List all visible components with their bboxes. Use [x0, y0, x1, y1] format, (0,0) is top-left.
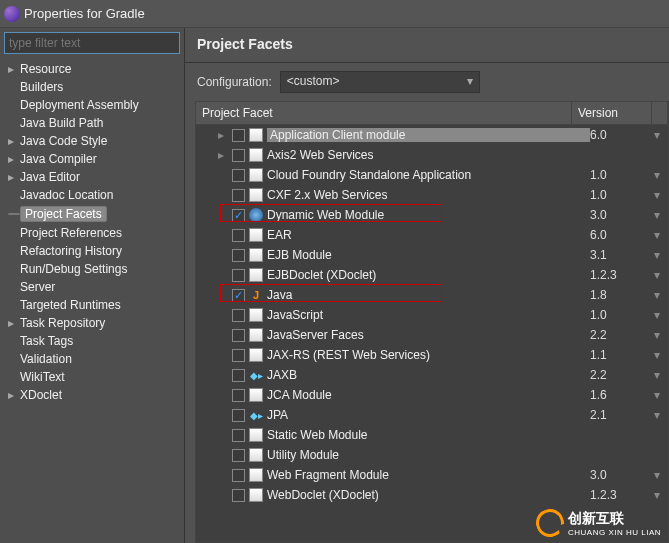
- facet-checkbox[interactable]: [232, 149, 245, 162]
- facet-checkbox[interactable]: [232, 169, 245, 182]
- version-dropdown-icon[interactable]: ▾: [654, 288, 668, 302]
- facet-version: 1.2.3: [590, 268, 654, 282]
- facets-table: Project Facet Version ▸Application Clien…: [195, 101, 669, 543]
- nav-item-deployment-assembly[interactable]: Deployment Assembly: [0, 96, 184, 114]
- nav-item-javadoc-location[interactable]: Javadoc Location: [0, 186, 184, 204]
- version-dropdown-icon[interactable]: ▾: [654, 228, 668, 242]
- chevron-icon: ▸: [8, 388, 20, 402]
- tree-toggle[interactable]: ▸: [218, 148, 232, 162]
- facet-checkbox[interactable]: [232, 249, 245, 262]
- nav-label: XDoclet: [20, 388, 62, 402]
- facet-checkbox[interactable]: [232, 389, 245, 402]
- facet-checkbox[interactable]: [232, 189, 245, 202]
- filter-input[interactable]: [4, 32, 180, 54]
- page-icon: [249, 388, 263, 402]
- facet-checkbox[interactable]: [232, 489, 245, 502]
- nav-item-task-tags[interactable]: Task Tags: [0, 332, 184, 350]
- facet-checkbox[interactable]: [232, 269, 245, 282]
- facet-checkbox[interactable]: [232, 469, 245, 482]
- facet-row[interactable]: JCA Module1.6▾: [196, 385, 668, 405]
- nav-item-xdoclet[interactable]: ▸XDoclet: [0, 386, 184, 404]
- version-dropdown-icon[interactable]: ▾: [654, 488, 668, 502]
- page-icon: [249, 168, 263, 182]
- facet-version: 2.1: [590, 408, 654, 422]
- page-icon: [249, 328, 263, 342]
- facet-row[interactable]: JAX-RS (REST Web Services)1.1▾: [196, 345, 668, 365]
- facet-row[interactable]: JavaServer Faces2.2▾: [196, 325, 668, 345]
- facet-row[interactable]: Cloud Foundry Standalone Application1.0▾: [196, 165, 668, 185]
- version-dropdown-icon[interactable]: ▾: [654, 368, 668, 382]
- facet-row[interactable]: ◆▸JPA2.1▾: [196, 405, 668, 425]
- nav-item-refactoring-history[interactable]: Refactoring History: [0, 242, 184, 260]
- facet-label: Cloud Foundry Standalone Application: [267, 168, 590, 182]
- version-dropdown-icon[interactable]: ▾: [654, 268, 668, 282]
- facet-checkbox[interactable]: [232, 409, 245, 422]
- nav-item-java-build-path[interactable]: Java Build Path: [0, 114, 184, 132]
- facet-row[interactable]: Utility Module: [196, 445, 668, 465]
- facet-row[interactable]: Static Web Module: [196, 425, 668, 445]
- version-dropdown-icon[interactable]: ▾: [654, 408, 668, 422]
- facet-checkbox[interactable]: [232, 329, 245, 342]
- nav-item-java-code-style[interactable]: ▸Java Code Style: [0, 132, 184, 150]
- version-dropdown-icon[interactable]: ▾: [654, 468, 668, 482]
- nav-item-builders[interactable]: Builders: [0, 78, 184, 96]
- facet-row[interactable]: EAR6.0▾: [196, 225, 668, 245]
- nav-item-project-facets[interactable]: Project Facets: [0, 204, 184, 224]
- version-dropdown-icon[interactable]: ▾: [654, 328, 668, 342]
- facet-checkbox[interactable]: [232, 449, 245, 462]
- facet-row[interactable]: EJB Module3.1▾: [196, 245, 668, 265]
- version-dropdown-icon[interactable]: ▾: [654, 308, 668, 322]
- facet-checkbox[interactable]: [232, 129, 245, 142]
- version-dropdown-icon[interactable]: ▾: [654, 128, 668, 142]
- version-dropdown-icon[interactable]: ▾: [654, 248, 668, 262]
- version-dropdown-icon[interactable]: ▾: [654, 208, 668, 222]
- version-dropdown-icon[interactable]: ▾: [654, 388, 668, 402]
- nav-item-resource[interactable]: ▸Resource: [0, 60, 184, 78]
- facet-row[interactable]: CXF 2.x Web Services1.0▾: [196, 185, 668, 205]
- facet-label: EJB Module: [267, 248, 590, 262]
- nav-item-validation[interactable]: Validation: [0, 350, 184, 368]
- facet-checkbox[interactable]: [232, 289, 245, 302]
- version-dropdown-icon[interactable]: ▾: [654, 168, 668, 182]
- facet-version: 6.0: [590, 228, 654, 242]
- facet-row[interactable]: JavaScript1.0▾: [196, 305, 668, 325]
- nav-item-java-editor[interactable]: ▸Java Editor: [0, 168, 184, 186]
- facet-version: 1.6: [590, 388, 654, 402]
- facet-checkbox[interactable]: [232, 309, 245, 322]
- facet-label: JavaScript: [267, 308, 590, 322]
- facet-label: Application Client module: [267, 128, 590, 142]
- facet-row[interactable]: Web Fragment Module3.0▾: [196, 465, 668, 485]
- facet-row[interactable]: ▸Application Client module6.0▾: [196, 125, 668, 145]
- facet-row[interactable]: WebDoclet (XDoclet)1.2.3▾: [196, 485, 668, 505]
- app-icon: [4, 6, 20, 22]
- nav-item-java-compiler[interactable]: ▸Java Compiler: [0, 150, 184, 168]
- facet-checkbox[interactable]: [232, 229, 245, 242]
- nav-item-wikitext[interactable]: WikiText: [0, 368, 184, 386]
- config-combo[interactable]: <custom>: [280, 71, 480, 93]
- nav-item-task-repository[interactable]: ▸Task Repository: [0, 314, 184, 332]
- facet-row[interactable]: JJava1.8▾: [196, 285, 668, 305]
- page-icon: [249, 148, 263, 162]
- version-dropdown-icon[interactable]: ▾: [654, 348, 668, 362]
- facet-checkbox[interactable]: [232, 429, 245, 442]
- facet-row[interactable]: Dynamic Web Module3.0▾: [196, 205, 668, 225]
- facet-checkbox[interactable]: [232, 209, 245, 222]
- col-version[interactable]: Version: [572, 102, 652, 124]
- nav-item-targeted-runtimes[interactable]: Targeted Runtimes: [0, 296, 184, 314]
- facet-version: 1.0: [590, 168, 654, 182]
- facet-label: WebDoclet (XDoclet): [267, 488, 590, 502]
- version-dropdown-icon[interactable]: ▾: [654, 188, 668, 202]
- nav-item-project-references[interactable]: Project References: [0, 224, 184, 242]
- facet-row[interactable]: ◆▸JAXB2.2▾: [196, 365, 668, 385]
- facet-row[interactable]: EJBDoclet (XDoclet)1.2.3▾: [196, 265, 668, 285]
- facet-checkbox[interactable]: [232, 369, 245, 382]
- facet-row[interactable]: ▸Axis2 Web Services: [196, 145, 668, 165]
- facet-checkbox[interactable]: [232, 349, 245, 362]
- nav-item-run-debug-settings[interactable]: Run/Debug Settings: [0, 260, 184, 278]
- tree-toggle[interactable]: ▸: [218, 128, 232, 142]
- nav-item-server[interactable]: Server: [0, 278, 184, 296]
- col-facet[interactable]: Project Facet: [196, 102, 572, 124]
- facet-version: 1.2.3: [590, 488, 654, 502]
- page-icon: [249, 128, 263, 142]
- chevron-icon: [8, 213, 20, 215]
